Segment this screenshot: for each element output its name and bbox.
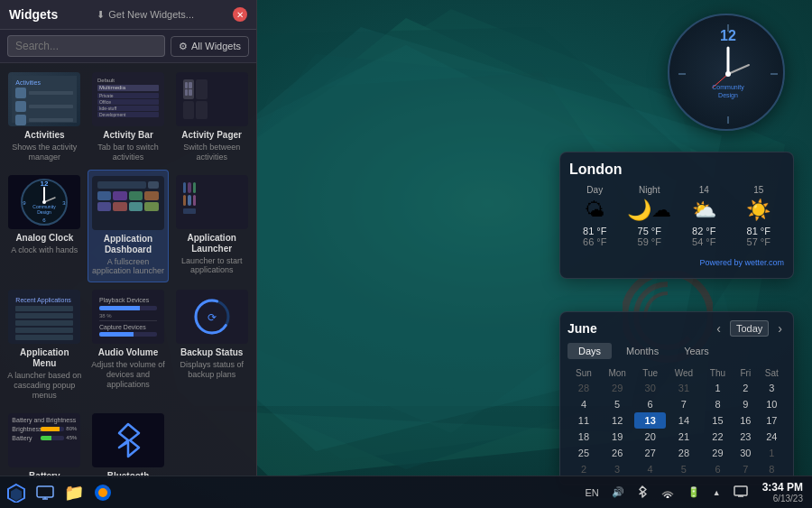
cal-day[interactable]: 9 [734,396,758,412]
widget-preview-activity-pager [176,72,248,126]
calendar-grid: Sun Mon Tue Wed Thu Fri Sat 28 29 30 31 … [567,366,786,477]
widget-preview-activity-bar: Default Multimedia Private Office kde-st… [92,72,164,126]
cal-day[interactable]: 6 [634,396,665,412]
svg-point-36 [666,495,669,498]
cal-day[interactable]: 18 [567,429,600,445]
widget-preview-app-launcher [176,175,248,229]
svg-point-35 [98,488,107,497]
cal-day[interactable]: 21 [666,429,702,445]
cal-day[interactable]: 30 [634,380,665,396]
widget-item-audio-volume[interactable]: Playback Devices 38 % Capture Devices Au… [88,284,170,405]
widget-item-backup-status[interactable]: ⟳ Backup Status Displays status of backu… [171,284,253,405]
widget-item-activity-pager[interactable]: Activity Pager Switch between activities [171,67,253,168]
cal-day[interactable]: 1 [758,445,786,461]
language-indicator[interactable]: EN [581,485,602,500]
all-widgets-button[interactable]: ⚙ All Widgets [171,36,249,57]
bluetooth-tray-icon[interactable] [633,483,651,503]
widget-item-app-dashboard[interactable]: Application Dashboard A fullscreen appli… [88,170,170,283]
calendar-next-button[interactable]: › [774,319,786,337]
cal-day[interactable]: 14 [666,412,702,429]
cal-day[interactable]: 16 [734,412,758,429]
weather-col-day: Day 🌤 81 °F 66 °F [569,185,621,247]
widget-item-battery[interactable]: Battery and Brightness Brightness 80% Ba… [4,408,86,478]
widget-name-app-menu: Application Menu [7,347,82,369]
download-icon: ⬇ [97,9,105,21]
cal-day[interactable]: 26 [600,445,635,461]
widget-item-activities[interactable]: Activities Activities Shows the activity… [4,67,86,168]
cal-day[interactable]: 5 [600,396,635,412]
firefox-icon[interactable] [90,480,115,505]
widget-preview-backup-status: ⟳ [176,290,248,344]
weather-col-14: 14 ⛅ 82 °F 54 °F [678,185,730,247]
battery-tray-icon[interactable]: 🔋 [684,485,704,500]
cal-day[interactable]: 3 [758,380,786,396]
cal-day[interactable]: 7 [666,396,702,412]
calendar-prev-button[interactable]: ‹ [713,319,724,337]
widget-item-analog-clock[interactable]: 12 6 9 3 Community Design Analog Clock A… [4,170,86,283]
cal-day[interactable]: 12 [600,412,635,429]
cal-day[interactable]: 11 [567,412,600,429]
system-clock[interactable]: 3:34 PM 6/13/23 [757,479,808,505]
weather-label-14: 14 [678,185,730,195]
svg-rect-37 [734,486,747,495]
desktop-clock-widget[interactable]: 12 Community Design [668,14,785,131]
up-arrow-icon[interactable]: ▲ [709,486,724,499]
cal-day[interactable]: 25 [567,445,600,461]
widget-item-activity-bar[interactable]: Default Multimedia Private Office kde-st… [88,67,170,168]
cal-day[interactable]: 15 [702,412,734,429]
cal-day[interactable]: 28 [567,380,600,396]
weather-col-15: 15 ☀️ 81 °F 57 °F [734,185,785,247]
cal-header-sat: Sat [758,366,786,380]
cal-day[interactable]: 17 [758,412,786,429]
widget-name-activity-bar: Activity Bar [103,130,153,141]
widgets-panel: Widgets ⬇ Get New Widgets... ✕ ⚙ All Wid… [0,0,257,478]
svg-text:Design: Design [38,209,52,215]
cal-day[interactable]: 8 [702,396,734,412]
cal-day[interactable]: 30 [734,445,758,461]
cal-day[interactable]: 23 [734,429,758,445]
kde-icon[interactable] [4,480,29,505]
volume-icon[interactable]: 🔊 [608,485,628,500]
cal-day[interactable]: 31 [666,380,702,396]
weather-high-day: 81 °F [569,226,621,236]
cal-day[interactable]: 29 [600,380,635,396]
cal-day[interactable]: 28 [666,445,702,461]
widget-preview-bluetooth [92,413,164,467]
weather-low-day: 66 °F [569,236,621,247]
cal-day[interactable]: 2 [734,380,758,396]
cal-day[interactable]: 27 [634,445,665,461]
network-icon[interactable] [657,484,678,502]
widget-desc-app-launcher: Launcher to start applications [174,256,249,276]
cal-day[interactable]: 24 [758,429,786,445]
calendar-widget: June ‹ Today › Days Months Years Sun Mon… [559,311,794,485]
widget-item-app-menu[interactable]: Recent Applications Application Menu A l… [4,284,86,405]
widget-item-app-launcher[interactable]: Application Launcher Launcher to start a… [171,170,253,283]
cal-day[interactable]: 20 [634,429,665,445]
close-button[interactable]: ✕ [233,7,247,22]
weather-powered[interactable]: Powered by wetter.com [569,253,784,269]
search-input[interactable] [7,35,165,57]
cal-day[interactable]: 29 [702,445,734,461]
get-new-widgets-button[interactable]: ⬇ Get New Widgets... [97,9,194,21]
monitor-tray-icon[interactable] [730,484,752,502]
screen-icon[interactable] [32,480,58,505]
cal-day[interactable]: 4 [567,396,600,412]
calendar-tab-years[interactable]: Years [673,343,720,359]
cal-header-thu: Thu [702,366,734,380]
calendar-today-button[interactable]: Today [730,320,769,337]
calendar-tab-months[interactable]: Months [615,343,669,359]
cal-today[interactable]: 13 [634,412,665,429]
calendar-tab-days[interactable]: Days [567,343,612,359]
widget-name-activities: Activities [24,130,64,141]
weather-high-night: 75 °F [624,226,676,236]
folder-icon[interactable]: 📁 [61,480,87,505]
cal-day[interactable]: 19 [600,429,635,445]
weather-icon-night: 🌙☁ [624,199,676,222]
widget-item-bluetooth[interactable]: Bluetooth [88,408,170,478]
cal-day[interactable]: 22 [702,429,734,445]
svg-text:Design: Design [718,92,738,99]
widgets-panel-header: Widgets ⬇ Get New Widgets... ✕ [0,0,256,30]
cal-day[interactable]: 1 [702,380,734,396]
cal-day[interactable]: 10 [758,396,786,412]
widget-name-activity-pager: Activity Pager [181,130,242,141]
